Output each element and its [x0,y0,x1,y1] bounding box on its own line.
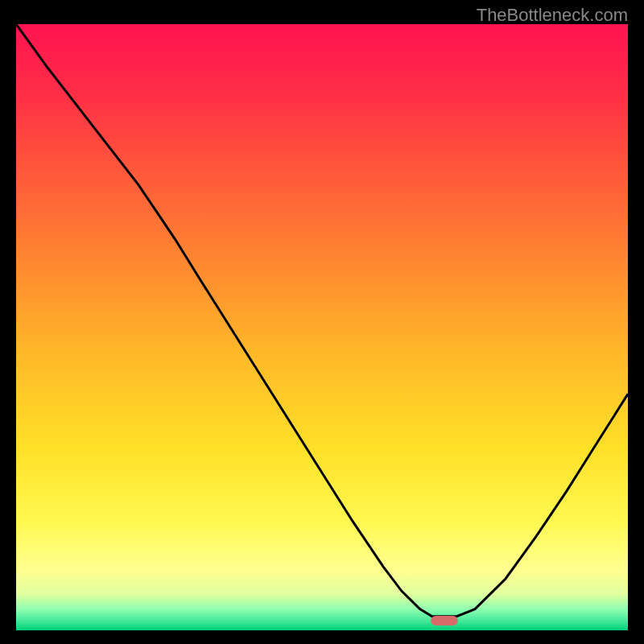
watermark-text: TheBottleneck.com [477,5,628,26]
chart-background-gradient [16,24,628,630]
optimal-zone-marker [431,616,457,625]
chart-frame [16,24,628,630]
chart-svg [16,24,628,630]
